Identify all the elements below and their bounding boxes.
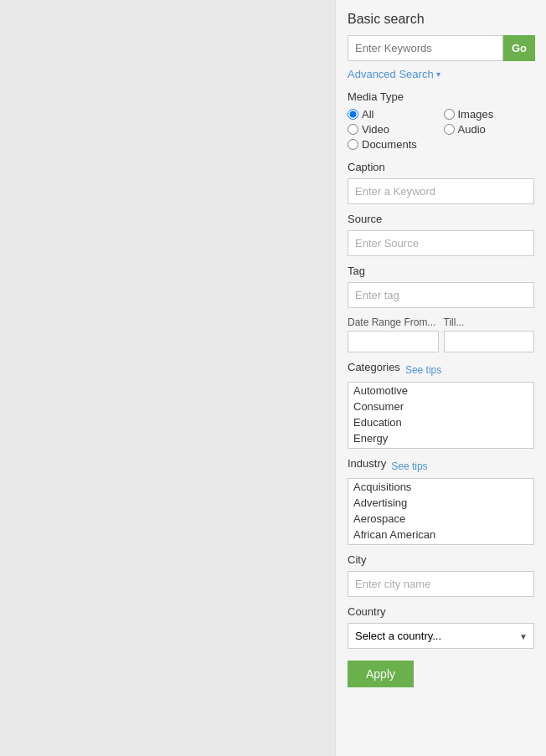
country-label: Country [348, 605, 534, 618]
radio-documents[interactable]: Documents [348, 138, 439, 151]
date-from-col: Date Range From... [348, 316, 439, 352]
tag-input[interactable] [348, 282, 534, 308]
source-input[interactable] [348, 230, 534, 256]
media-type-options: All Images Video Audio Documents [348, 108, 534, 151]
list-item[interactable]: Entertainment [348, 446, 533, 449]
tag-label: Tag [348, 265, 534, 277]
caption-label: Caption [348, 161, 534, 173]
list-item[interactable]: African American [348, 527, 533, 543]
keyword-input[interactable] [348, 35, 503, 61]
advanced-search-label: Advanced Search [348, 68, 434, 80]
source-section: Source [348, 213, 534, 256]
radio-audio[interactable]: Audio [444, 123, 535, 136]
date-till-col: Till... [444, 316, 535, 352]
radio-images[interactable]: Images [444, 108, 535, 121]
city-section: City [348, 553, 534, 597]
date-till-label: Till... [444, 316, 535, 328]
industry-listbox[interactable]: Acquisitions Advertising Aerospace Afric… [348, 478, 534, 545]
list-item[interactable]: Consumer [348, 399, 533, 414]
caption-section: Caption [348, 161, 534, 204]
main-layout: Basic search Go Advanced Search ▾ Media … [0, 0, 546, 756]
country-select-wrapper: Select a country... United States United… [348, 623, 534, 649]
image-grid [0, 0, 335, 756]
radio-all[interactable]: All [348, 108, 439, 121]
categories-section: Categories See tips Automotive Consumer … [348, 361, 534, 449]
list-item[interactable]: Agriculture [348, 543, 533, 545]
list-item[interactable]: Aerospace [348, 511, 533, 527]
source-label: Source [348, 213, 534, 225]
categories-listbox[interactable]: Automotive Consumer Education Energy Ent… [348, 382, 534, 449]
caption-input[interactable] [348, 178, 534, 204]
date-till-input[interactable] [444, 331, 535, 352]
industry-header: Industry See tips [348, 457, 534, 475]
radio-video[interactable]: Video [348, 123, 439, 136]
list-item[interactable]: Energy [348, 430, 533, 446]
search-bar: Go [348, 35, 534, 61]
basic-search-title: Basic search [348, 12, 534, 27]
go-button[interactable]: Go [503, 35, 535, 61]
country-section: Country Select a country... United State… [348, 605, 534, 649]
media-type-label: Media Type [348, 90, 534, 103]
apply-button[interactable]: Apply [348, 661, 414, 687]
city-label: City [348, 553, 534, 566]
chevron-down-icon: ▾ [436, 69, 440, 79]
date-from-input[interactable] [348, 331, 439, 352]
categories-see-tips[interactable]: See tips [405, 364, 441, 376]
media-type-section: Media Type All Images Video Audio [348, 90, 534, 151]
list-item[interactable]: Automotive [348, 383, 533, 399]
advanced-search-link[interactable]: Advanced Search ▾ [348, 68, 440, 80]
categories-header: Categories See tips [348, 361, 534, 378]
list-item[interactable]: Advertising [348, 495, 533, 511]
list-item[interactable]: Education [348, 414, 533, 430]
search-panel: Basic search Go Advanced Search ▾ Media … [335, 0, 546, 756]
country-select[interactable]: Select a country... United States United… [348, 623, 534, 649]
tag-section: Tag [348, 265, 534, 308]
city-input[interactable] [348, 571, 534, 597]
industry-label: Industry [348, 457, 386, 470]
industry-see-tips[interactable]: See tips [391, 460, 427, 472]
industry-section: Industry See tips Acquisitions Advertisi… [348, 457, 534, 545]
list-item[interactable]: Acquisitions [348, 479, 533, 495]
categories-label: Categories [348, 361, 400, 373]
date-range-section: Date Range From... Till... [348, 316, 534, 352]
date-from-label: Date Range From... [348, 316, 439, 328]
